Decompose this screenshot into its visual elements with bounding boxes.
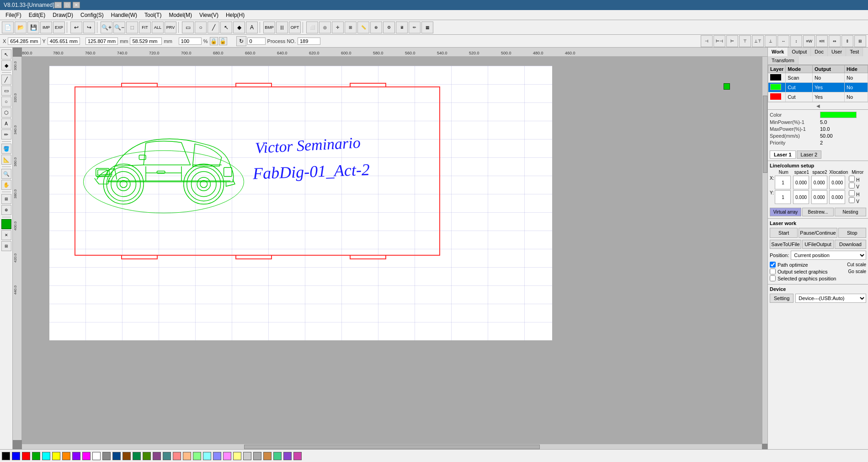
nesting-btn[interactable]: Nesting — [835, 208, 866, 216]
snap-btn[interactable]: ✕ — [1, 230, 11, 240]
color-chip-cyan[interactable] — [42, 452, 50, 460]
start-button[interactable]: Start — [770, 228, 798, 238]
same-height[interactable]: ≡H — [816, 35, 828, 47]
move-button[interactable]: ✛ — [332, 21, 344, 33]
x-num-input[interactable] — [775, 176, 791, 189]
color-chip-magenta[interactable] — [82, 452, 91, 460]
scale-input[interactable] — [179, 38, 202, 45]
new-button[interactable]: 📄 — [2, 21, 14, 33]
color-chip-seafoam[interactable] — [273, 452, 282, 460]
laser2-tab[interactable]: Laser 2 — [797, 150, 822, 159]
color-chip-darkblue[interactable] — [112, 452, 121, 460]
color-chip-white[interactable] — [92, 452, 101, 460]
maximize-button[interactable]: □ — [64, 2, 71, 8]
color-chip-green[interactable] — [32, 452, 40, 460]
draw-text-tool[interactable]: A — [1, 118, 11, 129]
x-space2-input[interactable] — [811, 176, 827, 189]
y-mirror-v[interactable] — [849, 197, 855, 203]
draw-polygon-tool[interactable]: ⬡ — [1, 107, 11, 118]
open-button[interactable]: 📂 — [15, 21, 27, 33]
array-left-tool[interactable]: ⊞ — [1, 194, 11, 204]
color-chip-lightgreen[interactable] — [193, 452, 201, 460]
menu-model[interactable]: Model(M) — [165, 11, 196, 19]
group[interactable]: ⊞ — [854, 35, 866, 47]
draw-rect-tool[interactable]: ▭ — [1, 86, 11, 96]
laser1-tab[interactable]: Laser 1 — [770, 150, 796, 159]
color-chip-peach[interactable] — [183, 452, 191, 460]
color-chip-silver[interactable] — [243, 452, 251, 460]
y-space2-input[interactable] — [811, 190, 827, 204]
tab-output[interactable]: Output — [788, 48, 811, 56]
x-space1-input[interactable] — [793, 176, 809, 189]
x-xloc-input[interactable] — [829, 176, 845, 189]
color-chip-lightred[interactable] — [173, 452, 181, 460]
hand-tool[interactable]: ✋ — [1, 180, 11, 190]
rect-tool[interactable]: ▭ — [182, 21, 194, 33]
fill-tool[interactable]: 🪣 — [1, 144, 11, 154]
lock2-btn[interactable]: 🔓 — [219, 37, 227, 45]
setting-button[interactable]: Setting — [770, 294, 793, 303]
pause-button[interactable]: Pause/Continue — [799, 228, 837, 238]
menu-help[interactable]: Help(H) — [222, 11, 248, 19]
y-xloc-input[interactable] — [829, 190, 845, 204]
canvas-content[interactable]: Victor Seminario FabDig-01_Act-2 — [22, 57, 762, 444]
extra-button[interactable]: ▦ — [421, 21, 433, 33]
monitor-button[interactable]: 🖥 — [396, 21, 408, 33]
color-chip-lightgray[interactable] — [253, 452, 261, 460]
panel-collapse[interactable]: ◀ — [768, 102, 868, 109]
lock-btn[interactable]: 🔒 — [210, 37, 218, 45]
menu-edit[interactable]: Edit(E) — [25, 11, 49, 19]
draw-line-tool[interactable]: ╱ — [1, 75, 11, 85]
zoom-fit-button[interactable]: FIT — [139, 21, 151, 33]
line-tool[interactable]: ╱ — [208, 21, 219, 33]
color-chip-slate[interactable] — [163, 452, 171, 460]
grid-btn[interactable]: ⊞ — [1, 241, 11, 251]
horizontal-scrollbar[interactable] — [22, 444, 762, 449]
barcode-button[interactable]: ||| — [276, 21, 288, 33]
zoom-all-button[interactable]: ALL — [152, 21, 164, 33]
bitmap-button[interactable]: BMP — [263, 21, 275, 33]
same-width[interactable]: ≡W — [803, 35, 815, 47]
save-button[interactable]: 💾 — [27, 21, 39, 33]
y-num-input[interactable] — [775, 190, 791, 204]
laser-on-button[interactable]: ◎ — [319, 21, 331, 33]
vscroll-thumb[interactable] — [763, 96, 767, 173]
color-chip-rose[interactable] — [293, 452, 302, 460]
minimize-button[interactable]: − — [54, 2, 62, 8]
select-tool-left[interactable]: ↖ — [1, 49, 11, 59]
bestrew-btn[interactable]: Bestrew... — [802, 208, 834, 216]
rotation-input[interactable] — [247, 38, 266, 45]
y-mirror-h[interactable] — [849, 190, 855, 196]
zoom-in-button[interactable]: 🔍+ — [101, 21, 112, 33]
align-right[interactable]: ⊢ — [726, 35, 738, 47]
align-left[interactable]: ⊣ — [701, 35, 713, 47]
layer-row-black[interactable]: Scan No No — [768, 73, 868, 83]
menu-config[interactable]: Config(S) — [77, 11, 107, 19]
node-edit-tool[interactable]: ◆ — [1, 60, 11, 70]
select-tool[interactable]: ↖ — [220, 21, 232, 33]
rotate-btn[interactable]: ↻ — [236, 36, 246, 46]
align-center-h[interactable]: ⊢⊣ — [714, 35, 725, 47]
color-chip-teal[interactable] — [133, 452, 141, 460]
color-chip-red[interactable] — [22, 452, 30, 460]
vertical-scrollbar[interactable] — [762, 57, 767, 444]
pen-tool[interactable]: ✏ — [1, 129, 11, 140]
zoom-tool[interactable]: 🔍 — [1, 169, 11, 179]
y-space1-input[interactable] — [793, 190, 809, 204]
selected-graphics-check[interactable] — [770, 275, 776, 281]
node-tool[interactable]: ◆ — [233, 21, 245, 33]
scale-indicator[interactable] — [724, 83, 730, 90]
stop-button[interactable]: Stop — [838, 228, 866, 238]
mirror-v[interactable]: ⇕ — [841, 35, 853, 47]
menu-file[interactable]: File(F) — [2, 11, 25, 19]
measure-tool[interactable]: 📐 — [1, 155, 11, 165]
tab-doc[interactable]: Doc — [811, 48, 828, 56]
tab-user[interactable]: User — [828, 48, 846, 56]
color-chip-pink[interactable] — [223, 452, 231, 460]
redo-button[interactable]: ↪ — [83, 21, 95, 33]
optimize-button[interactable]: OPT — [289, 21, 301, 33]
array-button[interactable]: ⊞ — [345, 21, 357, 33]
color-chip-brown[interactable] — [122, 452, 131, 460]
virtual-array-btn[interactable]: Virtual array — [770, 208, 801, 216]
layer-row-green[interactable]: Cut Yes No — [768, 83, 868, 92]
